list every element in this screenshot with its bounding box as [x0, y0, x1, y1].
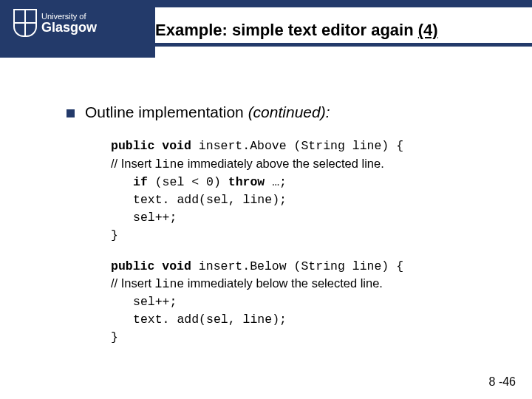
logo-line1: University of [41, 13, 97, 21]
c2-l1: sel++; [111, 293, 502, 311]
c1-l3: sel++; [111, 209, 502, 227]
logo-line2: Glasgow [41, 21, 97, 34]
title-suffix: (4) [418, 21, 438, 39]
c2-cmt-post: immediately below the selected line. [184, 276, 383, 290]
c1-cmt-code: line [155, 157, 185, 171]
code-block-1: public void insert.Above (String line) {… [111, 137, 502, 245]
bullet-square-icon [66, 109, 75, 117]
slide-content: Outline implementation (continued): publ… [66, 103, 502, 347]
c2-cmt-code: line [155, 277, 185, 291]
c2-sig-rest: insert.Below (String line) { [191, 259, 403, 273]
c1-l2: text. add(sel, line); [111, 191, 502, 209]
bullet-lead: Outline implementation [85, 103, 248, 120]
page-number: 8 -46 [489, 375, 516, 389]
header-cap [0, 47, 155, 58]
title-prefix: Example: simple text editor again [155, 21, 418, 39]
crest-icon [13, 9, 37, 37]
bullet-tail: (continued): [248, 103, 330, 120]
c2-l2: text. add(sel, line); [111, 311, 502, 329]
bullet-line: Outline implementation (continued): [66, 103, 502, 121]
c1-if: if [133, 175, 148, 189]
header-thin-rule [155, 43, 532, 47]
c1-throw-rest: …; [265, 175, 287, 189]
c1-cond: (sel < 0) [148, 175, 228, 189]
c1-sig-rest: insert.Above (String line) { [191, 139, 403, 153]
c1-throw: throw [228, 175, 265, 189]
c1-cmt-post: immediately above the selected line. [184, 157, 384, 170]
c2-l3: } [111, 329, 502, 347]
c2-sig-kw: public void [111, 259, 191, 273]
c1-cmt-pre: // Insert [111, 157, 155, 170]
c2-cmt-pre: // Insert [111, 276, 155, 290]
slide-title: Example: simple text editor again (4) [155, 21, 438, 40]
c1-sig-kw: public void [111, 139, 191, 153]
code-block-2: public void insert.Below (String line) {… [111, 258, 502, 347]
university-logo: University of Glasgow [13, 9, 97, 37]
c1-l4: } [111, 227, 502, 245]
